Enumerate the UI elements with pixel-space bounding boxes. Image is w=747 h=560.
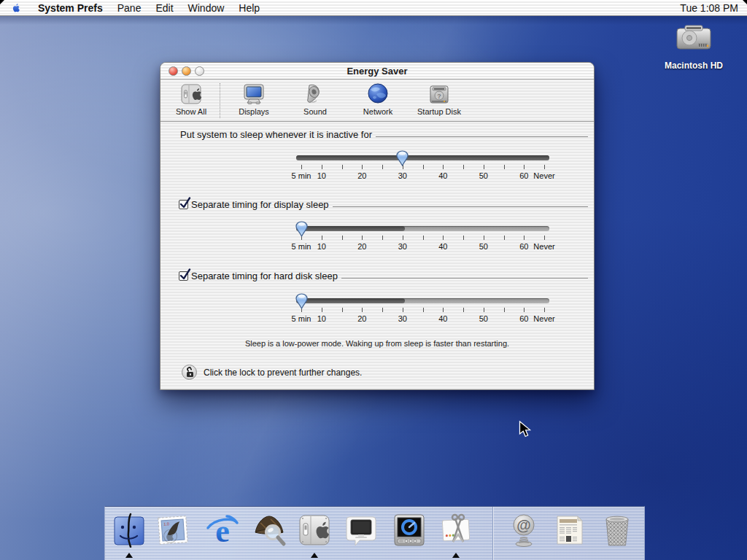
slider-track-active [296, 298, 405, 303]
checkmark-icon [179, 196, 191, 210]
sherlock-icon [252, 513, 287, 548]
tick-mark [504, 308, 505, 312]
running-indicator [452, 553, 460, 558]
tick-mark [322, 165, 322, 169]
tick-mark [524, 308, 525, 312]
zoom-button[interactable] [195, 66, 204, 76]
dock-separator [492, 507, 493, 560]
internet-explorer-icon: e [205, 513, 240, 548]
tick-label: Never [515, 314, 573, 323]
tick-mark [301, 165, 302, 169]
grab-icon [438, 513, 473, 548]
section-display-sleep: Separate timing for display sleep [179, 199, 588, 210]
trash-icon [600, 513, 635, 548]
section-label: Put system to sleep whenever it is inact… [180, 129, 372, 140]
tick-mark [322, 236, 322, 240]
displays-icon [242, 82, 266, 106]
tick-mark [544, 165, 545, 169]
slider-thumb[interactable] [295, 221, 308, 237]
app-menu-system-prefs[interactable]: System Prefs [31, 0, 110, 16]
desktop-icon-label: Macintosh HD [661, 61, 727, 71]
running-indicator [125, 553, 133, 558]
disk-sleep-slider[interactable]: 5 min102030405060Never [296, 294, 549, 339]
display-sleep-slider[interactable]: 5 min102030405060Never [296, 222, 549, 267]
dock-email-at-spring[interactable]: @ [506, 513, 541, 548]
disk-sleep-checkbox[interactable] [179, 271, 188, 281]
toolbar-displays[interactable]: Displays [228, 82, 279, 116]
tick-mark [463, 308, 464, 312]
menu-help[interactable]: Help [231, 0, 267, 16]
tick-mark [382, 165, 383, 169]
tick-mark [463, 165, 464, 169]
tick-mark [524, 165, 525, 169]
toolbar-sound[interactable]: Sound [290, 82, 341, 116]
menu-bar: System Prefs Pane Edit Window Help Tue 1… [0, 0, 747, 16]
tick-mark [423, 165, 424, 169]
desktop-icon-macintosh-hd[interactable]: Macintosh HD [661, 22, 727, 71]
dock-quicktime-player[interactable] [392, 513, 427, 548]
display-sleep-checkbox[interactable] [179, 200, 188, 209]
system-sleep-slider[interactable]: 5 min102030405060Never [296, 151, 549, 196]
menu-clock[interactable]: Tue 1:08 PM [671, 0, 747, 16]
toolbar-startup-disk[interactable]: ? Startup Disk [414, 82, 465, 116]
section-label: Separate timing for display sleep [191, 199, 329, 210]
dock-trash[interactable] [600, 513, 635, 548]
menu-edit[interactable]: Edit [148, 0, 180, 16]
menu-window[interactable]: Window [181, 0, 232, 16]
slider-thumb[interactable] [295, 293, 308, 309]
toolbar-separator [220, 83, 220, 118]
dock-news-document[interactable] [552, 513, 587, 548]
apple-icon [10, 1, 22, 15]
close-button[interactable] [169, 66, 178, 76]
menu-pane[interactable]: Pane [110, 0, 149, 16]
dock-sherlock[interactable] [252, 513, 287, 548]
tick-mark [484, 308, 484, 312]
tick-mark [544, 236, 545, 240]
section-rule [376, 136, 588, 137]
energy-saver-window: Energy Saver Show All [160, 62, 595, 390]
preferences-toolbar: Show All Displays [160, 79, 594, 122]
slider-tick-labels: 5 min102030405060Never [296, 242, 549, 252]
show-all-icon [179, 82, 203, 106]
tick-mark [382, 308, 383, 312]
section-rule [333, 206, 588, 207]
sleep-info-text: Sleep is a low-power mode. Waking up fro… [160, 339, 594, 348]
lock-row: Click the lock to prevent further change… [182, 365, 362, 380]
tick-label: Never [515, 171, 573, 180]
window-titlebar[interactable]: Energy Saver [160, 63, 594, 79]
tick-mark [423, 236, 424, 240]
startup-disk-icon: ? [427, 82, 451, 106]
dock-internet-explorer[interactable]: e [205, 513, 240, 548]
network-icon [366, 82, 390, 106]
dock-system-preferences[interactable] [297, 513, 332, 548]
section-label: Separate timing for hard disk sleep [191, 271, 338, 281]
svg-text:1.0: 1.0 [163, 521, 169, 526]
lock-button[interactable] [182, 365, 197, 380]
tick-mark [504, 165, 505, 169]
window-title: Energy Saver [347, 66, 407, 77]
quicktime-player-icon [392, 513, 427, 548]
tick-mark [524, 236, 525, 240]
mail-stamp-icon: 1.0 [155, 513, 190, 548]
checkmark-icon [179, 268, 191, 281]
toolbar-show-all[interactable]: Show All [166, 82, 217, 116]
dock-grab[interactable] [438, 513, 473, 548]
minimize-button[interactable] [182, 66, 191, 76]
dock-displays-dockling[interactable] [344, 513, 379, 548]
tick-mark [403, 236, 403, 240]
slider-track-active [296, 155, 549, 160]
section-rule [341, 278, 588, 279]
tick-mark [484, 236, 484, 240]
slider-tick-labels: 5 min102030405060Never [296, 314, 549, 324]
tick-mark [342, 308, 343, 312]
apple-menu[interactable] [0, 0, 31, 16]
tick-mark [484, 165, 484, 169]
toolbar-network[interactable]: Network [352, 82, 403, 116]
lock-label: Click the lock to prevent further change… [204, 368, 362, 378]
finder-icon [112, 513, 147, 548]
slider-thumb[interactable] [396, 150, 409, 166]
dock-finder[interactable] [112, 513, 147, 548]
slider-track-active [296, 226, 405, 231]
dock-mail[interactable]: 1.0 [155, 513, 190, 548]
sound-icon [303, 82, 327, 106]
